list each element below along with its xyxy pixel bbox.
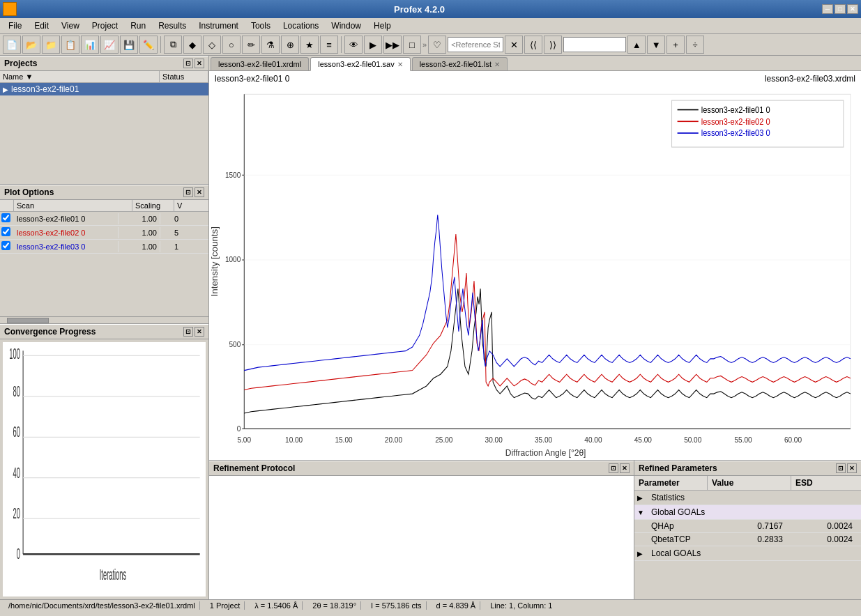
tab-xrdml[interactable]: lesson3-ex2-file01.xrdml [211, 57, 309, 70]
projects-restore-button[interactable]: ⊡ [183, 59, 193, 68]
menu-item-tools[interactable]: Tools [245, 20, 276, 32]
play-button[interactable]: ▶ [364, 36, 382, 54]
prev-ref-button[interactable]: ⟨⟨ [524, 36, 542, 54]
clear-ref-button[interactable]: ✕ [505, 36, 523, 54]
params-statistics-row[interactable]: ▶ Statistics [634, 491, 861, 505]
window-title: Profex 4.2.0 [17, 4, 822, 15]
projects-table: Name ▼ Status ▶ lesson3-ex2-file01 [0, 71, 208, 184]
convergence-restore-button[interactable]: ⊡ [183, 327, 193, 337]
close-button[interactable]: ✕ [847, 4, 858, 14]
qbetatcp-value: 0.2833 [705, 534, 788, 544]
plot-v-1: 0 [160, 213, 181, 224]
heart-button[interactable]: ♡ [428, 36, 446, 54]
svg-text:50.00: 50.00 [684, 436, 701, 445]
plot-check-1[interactable] [1, 213, 10, 222]
save-button[interactable]: 💾 [120, 36, 138, 54]
menu-item-view[interactable]: View [56, 20, 85, 32]
tab-sav[interactable]: lesson3-ex2-file01.sav ✕ [310, 57, 410, 71]
plot-check-3[interactable] [1, 241, 10, 250]
svg-text:25.00: 25.00 [435, 436, 452, 445]
plot-options-title: Plot Options [4, 187, 54, 197]
params-table: Parameter Value ESD ▶ Statistics ▼ Globa… [634, 476, 861, 599]
status-d-spacing: d = 4.839 Å [432, 601, 481, 610]
lines-button[interactable]: ≡ [320, 36, 338, 54]
menu-item-file[interactable]: File [3, 20, 27, 32]
refinement-restore-button[interactable]: ⊡ [609, 463, 618, 473]
bottom-panels: Refinement Protocol ⊡ ✕ Refined Paramete… [209, 460, 861, 599]
star-button[interactable]: ★ [300, 36, 319, 54]
tab-lst[interactable]: lesson3-ex2-file01.lst ✕ [412, 57, 508, 70]
plot-scaling-1: 1.00 [119, 213, 160, 224]
chart-button[interactable]: 📊 [81, 36, 99, 54]
flask-button[interactable]: ⚗ [261, 36, 280, 54]
svg-text:35.00: 35.00 [535, 436, 552, 445]
project-row[interactable]: ▶ lesson3-ex2-file01 [0, 83, 208, 95]
params-local-goals-row[interactable]: ▶ Local GOALs [634, 546, 861, 561]
app-icon [3, 2, 17, 16]
plot-options-restore-button[interactable]: ⊡ [183, 187, 193, 197]
plot-v-3: 1 [160, 241, 181, 252]
plus-button[interactable]: ⊕ [281, 36, 299, 54]
svg-text:40: 40 [13, 464, 20, 482]
minus-button[interactable]: ÷ [686, 36, 704, 54]
next-ref-button[interactable]: ⟩⟩ [544, 36, 562, 54]
refinement-close-button[interactable]: ✕ [620, 463, 630, 473]
copy-button[interactable]: ⧉ [164, 36, 182, 54]
status-project-count: 1 Project [206, 601, 245, 610]
stop-button[interactable]: □ [403, 36, 421, 54]
convergence-chart: 0 20 40 60 80 100 Iterations [3, 342, 206, 596]
minimize-button[interactable]: ─ [822, 4, 833, 14]
tab-xrdml-label: lesson3-ex2-file01.xrdml [218, 60, 301, 68]
plot-hscroll-thumb[interactable] [7, 318, 49, 323]
plot-hscroll[interactable] [0, 316, 208, 323]
chart2-button[interactable]: 📈 [100, 36, 119, 54]
reference-struct-input[interactable] [448, 37, 503, 52]
toolbar: 📄 📂 📁 📋 📊 📈 💾 ✏️ ⧉ ◆ ◇ ○ ✏ ⚗ ⊕ ★ ≡ 👁 ▶ ▶… [0, 34, 861, 56]
qbetatcp-name: QbetaTCP [651, 534, 705, 544]
plot-options-close-button[interactable]: ✕ [195, 187, 204, 197]
tab-sav-close[interactable]: ✕ [397, 61, 403, 68]
plot-columns-header: Scan Scaling V [0, 200, 208, 212]
tab-lst-close[interactable]: ✕ [494, 61, 500, 68]
play2-button[interactable]: ▶▶ [383, 36, 402, 54]
projects-close-button[interactable]: ✕ [195, 59, 204, 68]
import-button[interactable]: 📋 [61, 36, 79, 54]
maximize-button[interactable]: □ [835, 4, 846, 14]
pencil-button[interactable]: ✏ [242, 36, 260, 54]
refined-params-restore-button[interactable]: ⊡ [836, 463, 846, 473]
menu-item-help[interactable]: Help [368, 20, 397, 32]
params-global-goals-row[interactable]: ▼ Global GOALs [634, 505, 861, 520]
projects-name-col: Name ▼ [0, 71, 160, 82]
menu-item-results[interactable]: Results [153, 20, 192, 32]
convergence-close-button[interactable]: ✕ [195, 327, 204, 337]
spinbox-down[interactable]: ▼ [647, 36, 665, 54]
diamond1-button[interactable]: ◆ [183, 36, 201, 54]
diamond2-button[interactable]: ◇ [203, 36, 221, 54]
menu-item-locations[interactable]: Locations [277, 20, 324, 32]
open-button[interactable]: 📂 [22, 36, 40, 54]
status-two-theta: 2θ = 18.319° [308, 601, 361, 610]
menu-item-window[interactable]: Window [326, 20, 367, 32]
status-wavelength: λ = 1.5406 Å [250, 601, 303, 610]
menu-item-edit[interactable]: Edit [29, 20, 54, 32]
spinbox-input[interactable]: 0.000130 [563, 37, 626, 52]
eye-button[interactable]: 👁 [344, 36, 363, 54]
window-controls: ─ □ ✕ [822, 4, 858, 14]
plot-check-2[interactable] [1, 227, 10, 236]
menu-item-run[interactable]: Run [125, 20, 151, 32]
tab-sav-label: lesson3-ex2-file01.sav [318, 60, 394, 68]
left-panel: Projects ⊡ ✕ Name ▼ Status ▶ lesson3-ex2… [0, 56, 209, 599]
open2-button[interactable]: 📁 [42, 36, 60, 54]
new-button[interactable]: 📄 [3, 36, 21, 54]
main-chart: Intensity [counts] 0 500 1000 1500 5.00 [209, 86, 861, 460]
edit-button[interactable]: ✏️ [139, 36, 158, 54]
menu-item-instrument[interactable]: Instrument [193, 20, 244, 32]
menu-item-project[interactable]: Project [86, 20, 123, 32]
plot-scan-name-3: lesson3-ex2-file03 0 [14, 241, 119, 252]
svg-text:1500: 1500 [225, 170, 241, 179]
spinbox-up[interactable]: ▲ [627, 36, 646, 54]
params-qbetatcp-row: QbetaTCP 0.2833 0.0024 [634, 533, 861, 546]
refined-params-close-button[interactable]: ✕ [847, 463, 857, 473]
circle-button[interactable]: ○ [222, 36, 241, 54]
plus2-button[interactable]: + [666, 36, 685, 54]
